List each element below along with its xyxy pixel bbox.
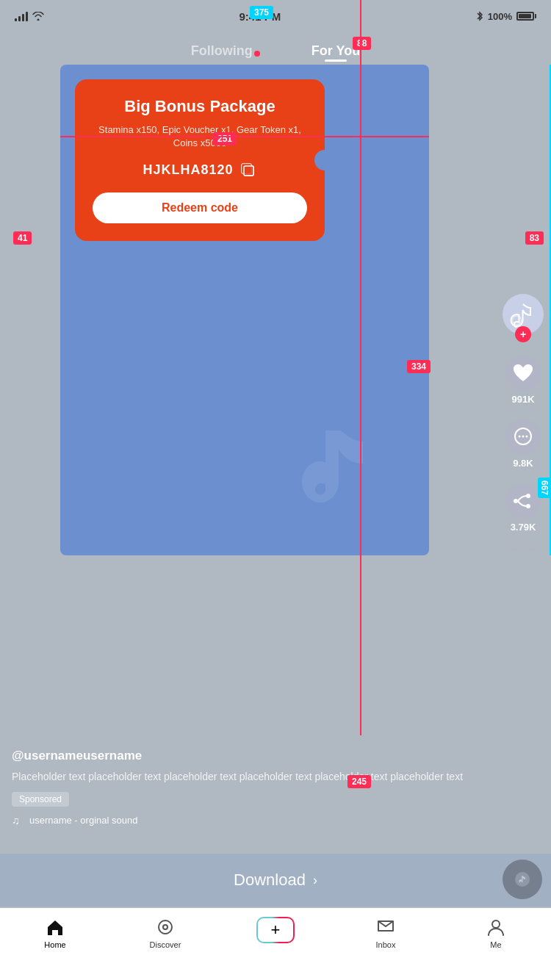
music-note-icon: ♫ (12, 814, 24, 826)
coupon-code-row: HJKLHA8120 (143, 162, 256, 178)
follow-button[interactable]: + (515, 326, 531, 342)
more-options[interactable] (513, 547, 533, 552)
home-icon (45, 917, 65, 937)
battery-icon (516, 12, 536, 21)
video-area: Big Bonus Package Stamina x150, Epic Vou… (60, 65, 429, 555)
svg-point-7 (519, 436, 521, 438)
nav-profile[interactable]: Me (474, 917, 518, 949)
tab-for-you[interactable]: For You (282, 43, 389, 59)
svg-text:♫: ♫ (12, 815, 20, 826)
content-info: @usernameusername Placeholder text place… (12, 749, 492, 826)
video-caption: Placeholder text placeholder text placeh… (12, 769, 492, 785)
heart-icon (512, 363, 534, 383)
coupon-description: Stamina x150, Epic Voucher x1, Gear Toke… (93, 123, 307, 150)
share-count: 3.79K (511, 522, 536, 533)
like-button[interactable]: 991K (505, 356, 541, 405)
nav-discover[interactable]: Discover (143, 917, 187, 949)
share-icon (512, 490, 534, 512)
svg-point-8 (522, 436, 525, 438)
coupon-card: Big Bonus Package Stamina x150, Epic Vou… (75, 79, 325, 241)
status-time: 9:41 PM (240, 10, 281, 23)
coupon-title: Big Bonus Package (124, 97, 275, 116)
create-button[interactable]: + (256, 917, 295, 943)
svg-point-15 (163, 925, 168, 929)
measure-41: 41 (13, 231, 32, 245)
tab-for-you-label: For You (311, 43, 360, 58)
discover-icon (155, 917, 176, 937)
status-left (15, 11, 44, 21)
comment-count: 9.8K (513, 458, 533, 469)
right-actions: + 991K 9.8K (503, 294, 544, 552)
dot3 (529, 547, 533, 552)
inbox-icon (375, 917, 396, 937)
notification-dot (254, 51, 260, 57)
coupon-code: HJKLHA8120 (143, 162, 233, 178)
profile-label: Me (490, 940, 501, 949)
dot2 (521, 547, 525, 552)
measure-83: 83 (525, 231, 544, 245)
svg-point-14 (159, 920, 172, 934)
tab-following-label: Following (191, 43, 253, 58)
svg-point-9 (526, 436, 528, 438)
heart-icon-bg (505, 356, 541, 391)
nav-home[interactable]: Home (33, 917, 77, 949)
copy-icon[interactable] (241, 162, 257, 178)
nav-tabs: Following For You (0, 32, 551, 69)
share-button[interactable]: 3.79K (505, 483, 541, 533)
svg-point-5 (513, 316, 522, 325)
status-right: 100% (476, 11, 536, 22)
bluetooth-icon (476, 11, 483, 21)
like-count: 991K (511, 394, 534, 405)
comment-icon (512, 426, 534, 448)
tab-following[interactable]: Following (162, 43, 282, 59)
discover-label: Discover (150, 940, 181, 949)
svg-point-11 (526, 504, 530, 508)
dot1 (513, 547, 517, 552)
plus-icon: + (271, 920, 281, 940)
battery-percent: 100% (488, 11, 512, 22)
creator-username[interactable]: @usernameusername (12, 749, 492, 763)
nav-inbox[interactable]: Inbox (364, 917, 408, 949)
svg-point-16 (492, 920, 500, 928)
download-bar[interactable]: Download › (0, 854, 551, 907)
avatar-container: + (503, 294, 544, 335)
sound-row: ♫ username - orginal sound (12, 814, 492, 826)
comment-button[interactable]: 9.8K (505, 419, 541, 469)
redeem-button[interactable]: Redeem code (93, 192, 307, 223)
status-bar: 9:41 PM 100% (0, 0, 551, 32)
video-watermark (297, 423, 385, 511)
profile-icon (486, 917, 506, 937)
wifi-icon (32, 12, 44, 21)
inbox-label: Inbox (376, 940, 396, 949)
svg-point-12 (514, 499, 518, 503)
download-arrow: › (313, 873, 317, 888)
home-label: Home (44, 940, 65, 949)
signal-icon (15, 11, 28, 21)
tiktok-avatar-logo (510, 301, 536, 328)
svg-point-10 (526, 494, 530, 498)
sound-name[interactable]: username - orginal sound (29, 815, 137, 826)
svg-rect-4 (244, 166, 253, 176)
sponsored-badge: Sponsored (12, 792, 69, 807)
bottom-nav: Home Discover + Inbox (0, 908, 551, 980)
share-icon-bg (505, 483, 541, 519)
main-content: 9:41 PM 100% Following For You (0, 0, 551, 980)
download-label: Download (234, 871, 306, 890)
comment-icon-bg (505, 419, 541, 455)
nav-create[interactable]: + (253, 917, 298, 943)
